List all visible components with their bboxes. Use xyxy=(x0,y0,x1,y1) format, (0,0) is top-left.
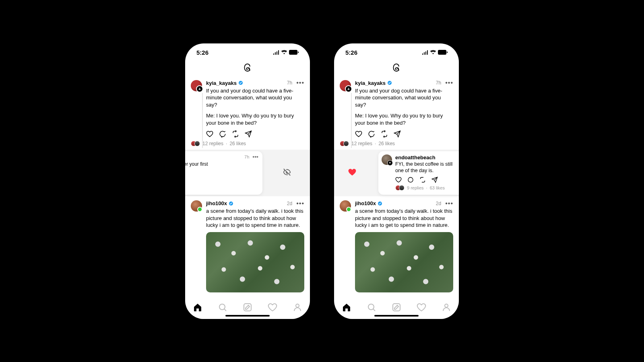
clock: 5:26 xyxy=(196,49,208,56)
timestamp: 7h xyxy=(244,154,249,159)
reply-count[interactable]: 9 replies xyxy=(407,185,424,190)
verified-badge-icon xyxy=(229,201,233,206)
more-icon[interactable]: ••• xyxy=(445,202,453,205)
threads-logo-icon[interactable] xyxy=(391,62,402,73)
thread-line xyxy=(351,93,352,148)
clock: 5:26 xyxy=(345,49,357,56)
engagement[interactable]: 12 replies · 26 likes xyxy=(206,141,304,146)
swipe-dismiss-zone[interactable]: ach 7h ••• coffee is still whatever your… xyxy=(185,150,310,196)
cellular-icon xyxy=(422,50,428,55)
svg-rect-8 xyxy=(447,51,448,53)
svg-point-14 xyxy=(445,304,448,307)
more-icon[interactable]: ••• xyxy=(445,81,453,84)
post-image[interactable] xyxy=(206,232,304,292)
post-jiho[interactable]: jiho100x 2d ••• a scene from today's dai… xyxy=(340,199,453,293)
dismissing-card[interactable]: ach 7h ••• coffee is still whatever your… xyxy=(185,151,262,195)
status-bar: 5:26 xyxy=(185,43,310,58)
tab-compose-icon[interactable] xyxy=(243,302,252,312)
verified-badge-icon xyxy=(238,80,243,85)
threads-logo-icon[interactable] xyxy=(242,62,253,73)
more-icon[interactable]: ••• xyxy=(296,81,304,84)
hide-icon[interactable] xyxy=(283,168,291,178)
battery-icon xyxy=(289,50,299,55)
verified-badge-icon xyxy=(378,201,382,206)
post-kyia[interactable]: kyia_kayaks 7h ••• If you and your dog c… xyxy=(191,78,304,148)
reply-engagement[interactable]: 9 replies · 63 likes xyxy=(395,185,458,191)
tab-profile-icon[interactable] xyxy=(442,302,451,312)
avatar-jiho[interactable] xyxy=(340,200,351,212)
svg-point-12 xyxy=(368,304,374,310)
reply-icon[interactable] xyxy=(407,177,414,183)
reply-count[interactable]: 12 replies xyxy=(351,141,372,146)
post-image[interactable] xyxy=(355,232,453,292)
svg-point-4 xyxy=(219,304,225,310)
reply-actions xyxy=(395,177,458,183)
tab-home-icon[interactable] xyxy=(342,302,351,312)
post-jiho[interactable]: jiho100x 2d ••• a scene from today's dai… xyxy=(191,199,304,293)
tab-search-icon[interactable] xyxy=(218,302,227,312)
share-icon[interactable] xyxy=(394,130,401,138)
app-logo-row xyxy=(334,58,459,78)
timestamp: 7h xyxy=(436,80,441,86)
reply-count[interactable]: 12 replies xyxy=(202,141,223,146)
username[interactable]: endoatthebeach xyxy=(395,154,458,160)
more-icon[interactable]: ••• xyxy=(252,154,258,160)
avatar-jiho[interactable] xyxy=(191,200,202,212)
home-indicator[interactable] xyxy=(374,315,419,317)
reply-icon[interactable] xyxy=(219,130,226,138)
like-count[interactable]: 63 likes xyxy=(430,185,445,190)
likes-fragment: 63 likes xyxy=(185,185,258,190)
more-icon[interactable]: ••• xyxy=(296,202,304,205)
post-actions xyxy=(206,130,304,138)
tab-activity-icon[interactable] xyxy=(268,302,277,312)
avatar-kyia[interactable] xyxy=(340,80,351,91)
svg-point-10 xyxy=(408,177,413,182)
tab-home-icon[interactable] xyxy=(193,302,202,312)
post-actions xyxy=(355,130,453,138)
tab-activity-icon[interactable] xyxy=(417,302,426,312)
heart-icon xyxy=(348,168,357,178)
post-text: If you and your dog could have a five-mi… xyxy=(355,87,453,127)
repost-icon[interactable] xyxy=(381,130,388,138)
avatar-endo[interactable] xyxy=(382,154,392,165)
tab-profile-icon[interactable] xyxy=(293,302,302,312)
cellular-icon xyxy=(273,50,279,55)
phone-left: 5:26 kyia_kayaks 7h ••• xyxy=(185,43,310,319)
like-icon[interactable] xyxy=(395,177,402,183)
like-count[interactable]: 26 likes xyxy=(378,141,395,146)
like-count[interactable]: 26 likes xyxy=(229,141,246,146)
share-icon[interactable] xyxy=(245,130,252,138)
username[interactable]: kyia_kayaks xyxy=(206,80,237,86)
repost-icon[interactable] xyxy=(232,130,239,138)
mini-avatars xyxy=(340,141,349,146)
wifi-icon xyxy=(430,50,436,55)
tab-compose-icon[interactable] xyxy=(392,302,401,312)
mini-avatars xyxy=(191,141,200,146)
swipe-like-zone[interactable]: endoatthebeach FYI, the best coffee is s… xyxy=(334,150,459,196)
thread-line xyxy=(202,93,203,148)
tab-search-icon[interactable] xyxy=(367,302,376,312)
username[interactable]: kyia_kayaks xyxy=(355,80,386,86)
like-icon[interactable] xyxy=(355,130,362,138)
wifi-icon xyxy=(281,50,287,55)
mini-avatars xyxy=(395,185,405,191)
like-icon[interactable] xyxy=(206,130,213,138)
reply-icon[interactable] xyxy=(368,130,375,138)
post-text: If you and your dog could have a five-mi… xyxy=(206,87,304,127)
reply-text: FYI, the best coffee is still one of the… xyxy=(395,161,458,174)
timestamp: 2d xyxy=(287,201,292,206)
svg-rect-5 xyxy=(244,304,251,311)
share-icon[interactable] xyxy=(431,177,438,183)
home-indicator[interactable] xyxy=(225,315,270,317)
post-kyia[interactable]: kyia_kayaks 7h ••• If you and your dog c… xyxy=(340,78,453,148)
svg-rect-13 xyxy=(393,304,400,311)
username[interactable]: jiho100x xyxy=(206,200,227,206)
reply-card[interactable]: endoatthebeach FYI, the best coffee is s… xyxy=(378,151,459,195)
avatar-kyia[interactable] xyxy=(191,80,202,91)
phone-right: 5:26 kyia_kayaks 7h ••• xyxy=(334,43,459,319)
engagement[interactable]: 12 replies · 26 likes xyxy=(355,141,453,146)
username[interactable]: jiho100x xyxy=(355,200,376,206)
status-bar: 5:26 xyxy=(334,43,459,58)
timestamp: 7h xyxy=(287,80,292,86)
repost-icon[interactable] xyxy=(419,177,426,183)
